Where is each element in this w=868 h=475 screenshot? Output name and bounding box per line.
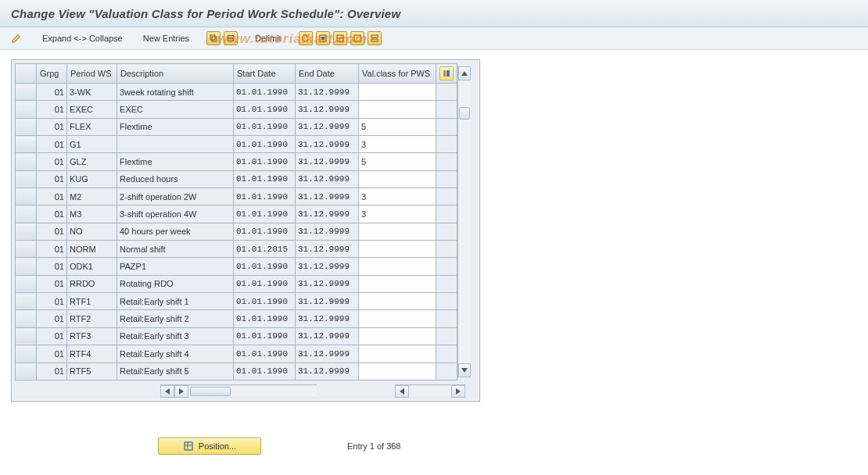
hscroll-left-button[interactable]	[160, 385, 174, 398]
cell-end-date: 31.12.9999	[296, 362, 359, 380]
cell-grpg: 01	[37, 241, 67, 258]
cell-val-class[interactable]	[359, 223, 436, 240]
cell-description: 40 hours per week	[117, 223, 234, 240]
scroll-up-button[interactable]	[458, 66, 471, 80]
scroll-down-button[interactable]	[458, 363, 471, 377]
cell-val-class[interactable]	[359, 362, 436, 380]
cell-grpg: 01	[37, 205, 67, 223]
cell-description: 3week rotating shift	[117, 84, 234, 101]
cell-period-ws: M2	[67, 188, 117, 205]
cell-val-class[interactable]	[359, 327, 436, 345]
col-header-val-class[interactable]: Val.class for PWS	[359, 64, 436, 84]
row-selector[interactable]	[16, 136, 37, 153]
row-selector[interactable]	[16, 118, 37, 135]
row-selector[interactable]	[16, 275, 37, 292]
cell-description: Retail:Early shift 1	[117, 293, 234, 310]
cell-end-date: 31.12.9999	[296, 118, 359, 135]
copy-button[interactable]	[206, 31, 221, 45]
select-block-button[interactable]	[333, 31, 347, 45]
undo-button[interactable]	[299, 31, 313, 45]
row-selector[interactable]	[16, 205, 37, 223]
hscroll-left-track[interactable]	[188, 386, 317, 397]
vscroll-thumb[interactable]	[459, 107, 470, 120]
table-row: 01EXECEXEC01.01.199031.12.9999	[16, 101, 457, 118]
select-all-button[interactable]	[316, 31, 330, 45]
cell-val-class[interactable]	[359, 101, 436, 118]
vertical-scrollbar[interactable]	[457, 66, 471, 377]
hscroll-right-button-2[interactable]	[451, 385, 465, 398]
cell-val-class[interactable]	[359, 84, 436, 101]
cell-grpg: 01	[37, 345, 67, 362]
cell-val-class[interactable]	[359, 310, 436, 327]
row-selector[interactable]	[16, 293, 37, 310]
hscroll-left-button-2[interactable]	[395, 385, 409, 398]
horizontal-scrollbar-left[interactable]	[160, 384, 317, 398]
row-selector[interactable]	[16, 84, 37, 101]
cell-start-date: 01.01.1990	[234, 84, 296, 101]
hscroll-right-track[interactable]	[409, 386, 451, 397]
cell-end-date: 31.12.9999	[296, 293, 359, 310]
cell-val-class[interactable]: 5	[359, 118, 436, 135]
col-header-period-ws[interactable]: Period WS	[67, 64, 117, 84]
cell-period-ws: M3	[67, 205, 117, 223]
table-row: 013-WK3week rotating shift01.01.199031.1…	[16, 84, 457, 101]
row-selector[interactable]	[16, 258, 37, 275]
cell-end-date: 31.12.9999	[296, 223, 359, 240]
cell-spacer	[436, 362, 457, 380]
cell-val-class[interactable]	[359, 345, 436, 362]
row-selector[interactable]	[16, 310, 37, 327]
col-header-grpg[interactable]: Grpg	[37, 64, 67, 84]
deselect-all-button[interactable]	[350, 31, 364, 45]
row-selector[interactable]	[16, 101, 37, 118]
cell-start-date: 01.01.1990	[234, 345, 296, 362]
cell-val-class[interactable]	[359, 241, 436, 258]
row-selector[interactable]	[16, 327, 37, 345]
cell-end-date: 31.12.9999	[296, 345, 359, 362]
delete-button[interactable]	[224, 31, 238, 45]
col-header-end-date[interactable]: End Date	[296, 64, 359, 84]
cell-start-date: 01.01.1990	[234, 205, 296, 223]
cell-description	[117, 136, 234, 153]
hscroll-right-button[interactable]	[174, 385, 188, 398]
cell-end-date: 31.12.9999	[296, 241, 359, 258]
cell-end-date: 31.12.9999	[296, 153, 359, 170]
cell-grpg: 01	[37, 310, 67, 327]
row-selector[interactable]	[16, 241, 37, 258]
cell-val-class[interactable]	[359, 258, 436, 275]
hscroll-left-thumb[interactable]	[190, 387, 231, 396]
cell-val-class[interactable]: 3	[359, 136, 436, 153]
row-selector[interactable]	[16, 345, 37, 362]
chevron-up-icon	[461, 71, 468, 76]
row-selector[interactable]	[16, 170, 37, 188]
table-settings-button[interactable]	[368, 31, 382, 45]
row-selector[interactable]	[16, 188, 37, 205]
col-header-description[interactable]: Description	[117, 64, 234, 84]
cell-spacer	[436, 275, 457, 292]
row-selector[interactable]	[16, 223, 37, 240]
svg-rect-0	[210, 35, 215, 40]
table-configure-button[interactable]	[439, 66, 454, 80]
delimit-button[interactable]: Delimit	[252, 32, 285, 45]
col-header-start-date[interactable]: Start Date	[234, 64, 296, 84]
new-entries-button[interactable]: New Entries	[140, 32, 192, 45]
expand-collapse-button[interactable]: Expand <-> Collapse	[39, 32, 126, 45]
cell-spacer	[436, 345, 457, 362]
cell-val-class[interactable]: 3	[359, 188, 436, 205]
cell-val-class[interactable]	[359, 275, 436, 292]
cell-spacer	[436, 136, 457, 153]
row-selector[interactable]	[16, 153, 37, 170]
cell-end-date: 31.12.9999	[296, 275, 359, 292]
position-button[interactable]: Position...	[158, 438, 261, 455]
structure-toggle-button[interactable]	[8, 31, 25, 45]
horizontal-scrollbar-right[interactable]	[395, 384, 465, 398]
cell-val-class[interactable]	[359, 170, 436, 188]
cell-val-class[interactable]: 3	[359, 205, 436, 223]
cell-description: Rotating RDO	[117, 275, 234, 292]
header-row-selector[interactable]	[16, 64, 37, 84]
toolbar-icon-group-2	[299, 31, 382, 45]
vscroll-track[interactable]	[458, 80, 471, 363]
cell-val-class[interactable]	[359, 293, 436, 310]
cell-start-date: 01.01.2015	[234, 241, 296, 258]
cell-val-class[interactable]: 5	[359, 153, 436, 170]
row-selector[interactable]	[16, 362, 37, 380]
